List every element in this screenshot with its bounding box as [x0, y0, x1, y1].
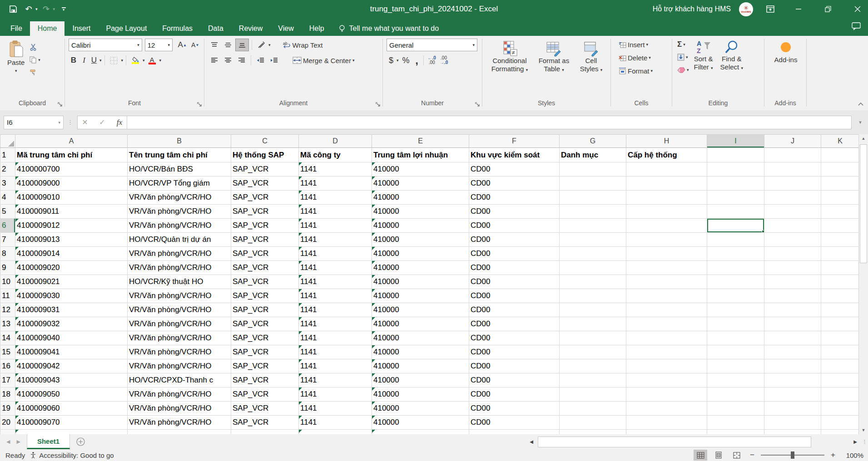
previous-sheet-button[interactable]: ◀ — [6, 439, 10, 445]
cell-D5[interactable]: 1141 — [299, 205, 372, 219]
cell-F4[interactable]: CD00 — [469, 191, 560, 205]
cell-J7[interactable] — [764, 233, 821, 247]
format-as-table-button[interactable]: Format as Table ▾ — [535, 39, 573, 98]
cell-C16[interactable]: SAP_VCR — [231, 359, 299, 373]
cell-J11[interactable] — [764, 289, 821, 303]
expand-formula-bar-button[interactable]: ▾ — [855, 119, 865, 125]
cell-E17[interactable]: 410000 — [372, 373, 469, 387]
orientation-button[interactable] — [255, 39, 268, 51]
increase-indent-button[interactable] — [268, 54, 280, 66]
cell-F15[interactable]: CD00 — [469, 345, 560, 359]
cell-K17[interactable] — [821, 373, 859, 387]
row-header-8[interactable]: 8 — [0, 247, 15, 261]
name-box[interactable]: I6 ▾ — [4, 116, 64, 129]
cell-K3[interactable] — [821, 177, 859, 191]
cell-C18[interactable]: SAP_VCR — [231, 387, 299, 402]
cell-D18[interactable]: 1141 — [299, 387, 372, 402]
cell-I3[interactable] — [707, 177, 764, 191]
cell-F16[interactable]: CD00 — [469, 359, 560, 373]
cell-I14[interactable] — [707, 331, 764, 345]
cell-G2[interactable] — [560, 162, 626, 177]
insert-cells-button[interactable]: Insert▾ — [617, 39, 669, 50]
cell-J14[interactable] — [764, 331, 821, 345]
cell-C17[interactable]: SAP_VCR — [231, 373, 299, 387]
cell-K15[interactable] — [821, 345, 859, 359]
cell-A6[interactable]: 4100009012 — [15, 219, 128, 233]
cell-H2[interactable] — [626, 162, 707, 177]
cell-H14[interactable] — [626, 331, 707, 345]
row-header-6[interactable]: 6 — [0, 219, 15, 233]
tab-formulas[interactable]: Formulas — [154, 21, 200, 36]
cell-D13[interactable]: 1141 — [299, 317, 372, 331]
cell-F17[interactable]: CD00 — [469, 373, 560, 387]
redo-button[interactable]: ↷ — [40, 2, 53, 16]
find-select-button[interactable]: Find & Select ▾ — [717, 39, 747, 98]
comments-button[interactable] — [852, 22, 861, 32]
row-header-17[interactable]: 17 — [0, 373, 15, 387]
row-header-10[interactable]: 10 — [0, 275, 15, 289]
underline-button[interactable]: U — [89, 54, 99, 66]
cell-A7[interactable]: 4100009013 — [15, 233, 128, 247]
cell-A13[interactable]: 4100009032 — [15, 317, 128, 331]
number-dialog-launcher[interactable] — [475, 99, 480, 110]
accessibility-checker-button[interactable]: Accessibility: Good to go — [30, 451, 114, 459]
cell-A21[interactable] — [15, 430, 128, 435]
cell-C7[interactable]: SAP_VCR — [231, 233, 299, 247]
cell-K7[interactable] — [821, 233, 859, 247]
chevron-down-icon[interactable]: ▾ — [159, 58, 162, 63]
cell-K14[interactable] — [821, 331, 859, 345]
zoom-out-button[interactable]: − — [748, 451, 756, 460]
column-header-K[interactable]: K — [821, 135, 859, 148]
chevron-down-icon[interactable]: ▾ — [268, 43, 271, 47]
cell-C5[interactable]: SAP_VCR — [231, 205, 299, 219]
cell-J8[interactable] — [764, 247, 821, 261]
cell-B7[interactable]: HO/VCR/Quản trị dự án — [128, 233, 231, 247]
cell-H12[interactable] — [626, 303, 707, 317]
cell-J2[interactable] — [764, 162, 821, 177]
cell-C15[interactable]: SAP_VCR — [231, 345, 299, 359]
cell-I17[interactable] — [707, 373, 764, 387]
row-header-12[interactable]: 12 — [0, 303, 15, 317]
cell-G3[interactable] — [560, 177, 626, 191]
cell-B20[interactable]: VR/Văn phòng/VCR/HO — [128, 416, 231, 430]
cell-J15[interactable] — [764, 345, 821, 359]
cell-C19[interactable]: SAP_VCR — [231, 402, 299, 416]
cell-G13[interactable] — [560, 317, 626, 331]
cell-G21[interactable] — [560, 430, 626, 435]
cell-C2[interactable]: SAP_VCR — [231, 162, 299, 177]
cell-G17[interactable] — [560, 373, 626, 387]
cell-F11[interactable]: CD00 — [469, 289, 560, 303]
fill-button[interactable]: ▾ — [676, 51, 690, 63]
cell-F21[interactable] — [469, 430, 560, 435]
cell-E10[interactable]: 410000 — [372, 275, 469, 289]
cell-D17[interactable]: 1141 — [299, 373, 372, 387]
cell-C3[interactable]: SAP_VCR — [231, 177, 299, 191]
cell-F13[interactable]: CD00 — [469, 317, 560, 331]
cell-I12[interactable] — [707, 303, 764, 317]
accounting-format-button[interactable]: $ — [387, 54, 396, 66]
cell-I9[interactable] — [707, 261, 764, 275]
active-cell-I6[interactable] — [707, 219, 764, 233]
cell-K12[interactable] — [821, 303, 859, 317]
cell-H9[interactable] — [626, 261, 707, 275]
cell-C21[interactable] — [231, 430, 299, 435]
zoom-level[interactable]: 100% — [842, 451, 863, 459]
cell-K18[interactable] — [821, 387, 859, 402]
cell-C6[interactable]: SAP_VCR — [231, 219, 299, 233]
cell-E13[interactable]: 410000 — [372, 317, 469, 331]
column-header-I[interactable]: I — [707, 135, 764, 148]
new-sheet-button[interactable] — [70, 434, 91, 449]
scroll-down-arrow[interactable]: ▼ — [859, 426, 868, 434]
format-cells-button[interactable]: Format▾ — [617, 65, 669, 77]
cell-C14[interactable]: SAP_VCR — [231, 331, 299, 345]
cell-J5[interactable] — [764, 205, 821, 219]
cell-D8[interactable]: 1141 — [299, 247, 372, 261]
cell-B21[interactable] — [128, 430, 231, 435]
font-dialog-launcher[interactable] — [197, 99, 202, 110]
number-format-combo[interactable]: General▾ — [387, 39, 477, 51]
cell-H18[interactable] — [626, 387, 707, 402]
cell-H21[interactable] — [626, 430, 707, 435]
tab-insert[interactable]: Insert — [64, 21, 98, 36]
cell-G14[interactable] — [560, 331, 626, 345]
chevron-down-icon[interactable]: ▾ — [143, 58, 145, 63]
